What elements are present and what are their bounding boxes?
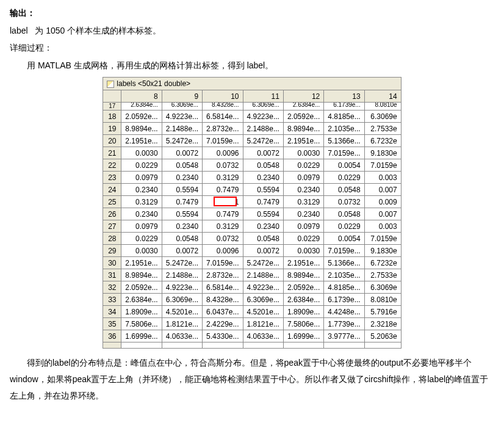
- data-cell[interactable]: 2.1488e...: [243, 123, 283, 135]
- data-cell[interactable]: 2.6384e...: [121, 294, 162, 306]
- data-cell[interactable]: 8.9894e...: [283, 123, 323, 135]
- data-cell[interactable]: 1.7739e...: [324, 318, 364, 330]
- data-cell[interactable]: 0.0548: [324, 184, 364, 196]
- data-cell[interactable]: 1.8909e...: [283, 306, 323, 318]
- data-cell[interactable]: [162, 342, 202, 349]
- col-header[interactable]: 12: [283, 90, 323, 103]
- data-cell[interactable]: 7.0159e...: [203, 135, 243, 147]
- data-cell[interactable]: 0.0054: [324, 233, 364, 245]
- row-header[interactable]: 21: [103, 147, 121, 159]
- data-cell[interactable]: 2.1951e...: [283, 135, 323, 147]
- data-cell[interactable]: 1.8121e...: [243, 318, 283, 330]
- data-cell[interactable]: 0.2340: [121, 208, 162, 220]
- data-cell[interactable]: 5.7916e: [364, 306, 401, 318]
- data-cell[interactable]: 0.7479: [162, 196, 202, 208]
- data-cell[interactable]: 0.003: [364, 172, 401, 184]
- data-cell[interactable]: 0.0096: [203, 147, 243, 159]
- data-cell[interactable]: 0.0979: [121, 172, 162, 184]
- row-header[interactable]: 24: [103, 184, 121, 196]
- data-cell[interactable]: 2.7533e: [364, 269, 401, 281]
- data-cell[interactable]: 0.0072: [162, 245, 202, 257]
- data-cell[interactable]: 0.0072: [243, 245, 283, 257]
- data-cell[interactable]: 4.9223e...: [243, 110, 283, 123]
- data-cell[interactable]: 0.0548: [162, 159, 202, 172]
- data-cell[interactable]: 2.8732e...: [203, 269, 243, 281]
- data-cell[interactable]: 0.0030: [121, 147, 162, 159]
- row-header[interactable]: 29: [103, 245, 121, 257]
- data-cell[interactable]: 0.0732: [203, 159, 243, 172]
- data-cell[interactable]: 2.1488e...: [162, 123, 202, 135]
- data-cell[interactable]: 0.3129: [203, 172, 243, 184]
- data-cell[interactable]: 0.0548: [162, 233, 202, 245]
- data-cell[interactable]: 0.2340: [243, 220, 283, 233]
- data-cell[interactable]: 0.5594: [162, 184, 202, 196]
- data-cell[interactable]: 0.0548: [243, 233, 283, 245]
- data-cell[interactable]: 5.1366e...: [324, 257, 364, 269]
- data-cell[interactable]: 0.0229: [121, 159, 162, 172]
- data-cell[interactable]: 0.009: [364, 196, 401, 208]
- data-cell[interactable]: 0.0030: [283, 147, 323, 159]
- data-cell[interactable]: 0.2340: [121, 184, 162, 196]
- data-cell[interactable]: 7.5806e...: [121, 318, 162, 330]
- data-cell[interactable]: 2.1488e...: [162, 269, 202, 281]
- data-cell[interactable]: 8.9894e...: [121, 269, 162, 281]
- data-cell[interactable]: 2.1951e...: [121, 135, 162, 147]
- data-cell[interactable]: 5.4330e...: [203, 330, 243, 342]
- data-cell[interactable]: 0.0548: [243, 159, 283, 172]
- data-cell[interactable]: 7.0159e: [364, 159, 401, 172]
- data-cell[interactable]: 0.0732: [203, 233, 243, 245]
- data-cell[interactable]: 2.0592e...: [283, 281, 323, 294]
- data-cell[interactable]: 7.5806e...: [283, 318, 323, 330]
- data-cell[interactable]: 0.003: [364, 220, 401, 233]
- data-cell[interactable]: 8.0810e: [364, 294, 401, 306]
- data-cell[interactable]: 2.4229e...: [203, 318, 243, 330]
- data-cell[interactable]: 6.3069e: [364, 281, 401, 294]
- data-cell[interactable]: 2.1951e...: [121, 257, 162, 269]
- data-cell[interactable]: 6.3069e...: [162, 294, 202, 306]
- data-cell[interactable]: 9.1830e: [364, 147, 401, 159]
- data-cell[interactable]: 6.3069e: [364, 110, 401, 123]
- col-header[interactable]: 10: [203, 90, 243, 103]
- data-cell[interactable]: 2.8732e...: [203, 123, 243, 135]
- row-header[interactable]: 19: [103, 123, 121, 135]
- row-header[interactable]: [103, 342, 121, 349]
- data-cell[interactable]: 1.8121e...: [162, 318, 202, 330]
- data-cell[interactable]: 4.5201e...: [243, 306, 283, 318]
- row-header[interactable]: 33: [103, 294, 121, 306]
- data-cell[interactable]: 0.2340: [243, 172, 283, 184]
- data-cell[interactable]: 0.0054: [324, 159, 364, 172]
- row-header[interactable]: 30: [103, 257, 121, 269]
- data-cell[interactable]: 2.1035e...: [324, 123, 364, 135]
- row-header[interactable]: 17: [103, 103, 121, 110]
- data-cell[interactable]: 0.0732: [324, 196, 364, 208]
- data-cell[interactable]: 2.0592e...: [283, 110, 323, 123]
- data-cell[interactable]: 4.9223e...: [243, 281, 283, 294]
- col-header[interactable]: 8: [121, 90, 162, 103]
- data-cell[interactable]: 6.1739e...: [324, 103, 364, 110]
- data-cell[interactable]: 4.9223e...: [162, 281, 202, 294]
- row-header[interactable]: 22: [103, 159, 121, 172]
- data-cell[interactable]: 2.0592e...: [121, 281, 162, 294]
- data-cell[interactable]: 0.0979: [283, 220, 323, 233]
- matlab-variable-table[interactable]: labels <50x21 double> 8 9 10 11 12 13 14…: [103, 77, 401, 349]
- data-cell[interactable]: 4.4248e...: [324, 306, 364, 318]
- data-cell[interactable]: 5.2472e...: [243, 135, 283, 147]
- data-cell[interactable]: 6.3069e...: [162, 103, 202, 110]
- data-cell[interactable]: 5.1366e...: [324, 135, 364, 147]
- row-header[interactable]: 28: [103, 233, 121, 245]
- row-header[interactable]: 35: [103, 318, 121, 330]
- data-cell[interactable]: 6.3069e...: [243, 294, 283, 306]
- row-header[interactable]: 34: [103, 306, 121, 318]
- data-cell[interactable]: 8.9894e...: [121, 123, 162, 135]
- data-cell[interactable]: 4.8185e...: [324, 281, 364, 294]
- data-cell[interactable]: 6.7232e: [364, 257, 401, 269]
- data-cell[interactable]: 8.4328e...: [203, 294, 243, 306]
- data-cell[interactable]: 0.0030: [121, 245, 162, 257]
- data-cell[interactable]: 2.6384e...: [283, 103, 323, 110]
- data-cell[interactable]: 6.3069e...: [243, 103, 283, 110]
- data-cell[interactable]: 0.2340: [162, 220, 202, 233]
- data-cell[interactable]: 4.9223e...: [162, 110, 202, 123]
- data-cell[interactable]: 3.9777e...: [324, 330, 364, 342]
- data-cell[interactable]: 8.9894e...: [283, 269, 323, 281]
- col-header[interactable]: 9: [162, 90, 202, 103]
